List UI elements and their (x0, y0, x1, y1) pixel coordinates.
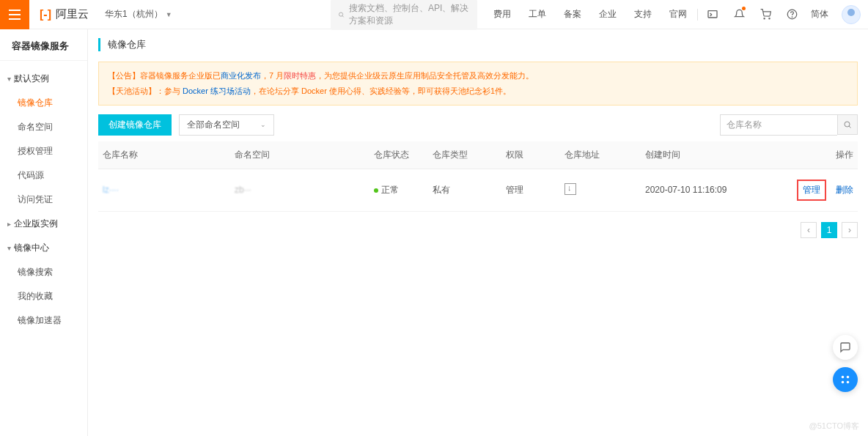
apps-button[interactable] (833, 367, 858, 392)
sidebar-item-credentials[interactable]: 访问凭证 (0, 188, 87, 212)
delete-link[interactable]: 删除 (836, 185, 853, 195)
repo-search-button[interactable] (837, 114, 858, 135)
page-prev[interactable]: ‹ (801, 222, 817, 238)
col-name: 仓库名称 (98, 141, 230, 169)
message-icon (839, 341, 851, 353)
highlight-manage: 管理 (797, 180, 826, 201)
svg-point-7 (768, 18, 769, 19)
col-status: 仓库状态 (369, 141, 428, 169)
col-type: 仓库类型 (428, 141, 501, 169)
toolbar: 创建镜像仓库 全部命名空间 ⌄ 仓库名称 (98, 114, 858, 136)
chevron-right-icon: ▸ (7, 220, 11, 228)
download-icon[interactable] (564, 183, 576, 195)
global-search[interactable]: 搜索文档、控制台、API、解决方案和资源 (331, 0, 477, 30)
cloud-shell-icon[interactable] (699, 0, 726, 29)
notification-dot (742, 7, 746, 10)
page-next[interactable]: › (842, 222, 858, 238)
cell-type: 私有 (428, 169, 501, 211)
sidebar-item-accelerator[interactable]: 镜像加速器 (0, 308, 87, 333)
repo-table: 仓库名称 命名空间 仓库状态 仓库类型 权限 仓库地址 创建时间 操作 lz··… (98, 141, 858, 212)
svg-point-9 (792, 17, 792, 18)
notice-link-docker[interactable]: Docker 练习场活动 (183, 86, 251, 95)
region-selector[interactable]: 华东1（杭州） ▼ (99, 8, 178, 21)
top-icons: 简体 (699, 0, 868, 29)
svg-point-15 (847, 381, 850, 384)
language-selector[interactable]: 简体 (805, 8, 834, 21)
page-1[interactable]: 1 (821, 222, 837, 238)
repo-name-link[interactable]: lz···· (103, 185, 119, 195)
nav-official[interactable]: 官网 (661, 8, 696, 21)
search-icon (338, 10, 345, 19)
logo-icon: [-] (40, 8, 51, 21)
chevron-down-icon: ▼ (166, 11, 172, 18)
cell-namespace: zb··· (235, 185, 251, 195)
col-addr: 仓库地址 (560, 141, 641, 169)
logo[interactable]: [-] 阿里云 (29, 7, 99, 21)
svg-line-4 (342, 15, 344, 17)
cart-icon[interactable] (752, 0, 779, 29)
svg-line-11 (849, 126, 851, 128)
repo-search-input[interactable]: 仓库名称 (720, 114, 837, 136)
apps-icon (840, 374, 850, 385)
svg-rect-5 (708, 10, 717, 17)
pagination: ‹ 1 › (98, 222, 858, 238)
top-header: [-] 阿里云 华东1（杭州） ▼ 搜索文档、控制台、API、解决方案和资源 费… (0, 0, 868, 29)
nav-icp[interactable]: 备案 (555, 8, 590, 21)
chevron-down-icon: ▾ (7, 244, 11, 252)
sidebar-item-search[interactable]: 镜像搜索 (0, 260, 87, 284)
manage-link[interactable]: 管理 (803, 185, 820, 195)
cell-created: 2020-07-10 11:16:09 (641, 169, 787, 211)
chevron-down-icon: ⌄ (260, 121, 266, 128)
sidebar: 容器镜像服务 ▾默认实例 镜像仓库 命名空间 授权管理 代码源 访问凭证 ▸企业… (0, 29, 88, 436)
cell-perm: 管理 (501, 169, 560, 211)
top-nav: 费用 工单 备案 企业 支持 官网 (485, 8, 699, 21)
create-repo-button[interactable]: 创建镜像仓库 (98, 114, 172, 136)
sidebar-item-code[interactable]: 代码源 (0, 163, 87, 188)
status-dot-icon (374, 188, 378, 193)
cell-status: 正常 (381, 185, 399, 195)
sidebar-item-repos[interactable]: 镜像仓库 (0, 91, 87, 115)
search-icon (843, 120, 852, 129)
nav-ticket[interactable]: 工单 (520, 8, 555, 21)
menu-toggle[interactable] (0, 0, 29, 29)
watermark: @51CTO博客 (809, 421, 859, 432)
float-buttons (833, 335, 858, 392)
sidebar-item-auth[interactable]: 授权管理 (0, 139, 87, 163)
logo-text: 阿里云 (56, 7, 89, 21)
notification-icon[interactable] (726, 0, 752, 29)
help-icon[interactable] (779, 0, 805, 29)
sidebar-cat-enterprise[interactable]: ▸企业版实例 (0, 212, 87, 236)
nav-cost[interactable]: 费用 (485, 8, 520, 21)
svg-point-14 (842, 381, 845, 384)
notice-link-commercial[interactable]: 商业化发布 (221, 71, 261, 80)
chevron-down-icon: ▾ (7, 75, 11, 83)
sidebar-cat-default[interactable]: ▾默认实例 (0, 67, 87, 91)
namespace-select[interactable]: 全部命名空间 ⌄ (179, 114, 274, 136)
main-content: 镜像仓库 【公告】容器镜像服务企业版已商业化发布，7 月限时特惠，为您提供企业级… (88, 29, 868, 436)
table-row: lz···· zb··· 正常 私有 管理 2020-07-10 11:16:0… (98, 169, 858, 211)
nav-support[interactable]: 支持 (625, 8, 661, 21)
svg-point-3 (339, 12, 342, 16)
sidebar-cat-center[interactable]: ▾镜像中心 (0, 236, 87, 260)
nav-enterprise[interactable]: 企业 (590, 8, 625, 21)
avatar[interactable] (842, 5, 861, 24)
sidebar-item-favorites[interactable]: 我的收藏 (0, 284, 87, 308)
col-created: 创建时间 (641, 141, 787, 169)
col-op: 操作 (787, 141, 858, 169)
notice-banner: 【公告】容器镜像服务企业版已商业化发布，7 月限时特惠，为您提供企业级云原生应用… (98, 62, 858, 106)
svg-point-13 (847, 376, 850, 379)
feedback-button[interactable] (833, 335, 858, 360)
sidebar-title: 容器镜像服务 (0, 29, 87, 61)
col-perm: 权限 (501, 141, 560, 169)
col-namespace: 命名空间 (230, 141, 369, 169)
page-title: 镜像仓库 (98, 38, 858, 51)
svg-point-6 (764, 18, 765, 19)
sidebar-item-namespace[interactable]: 命名空间 (0, 115, 87, 139)
svg-point-10 (845, 122, 850, 127)
svg-point-12 (842, 376, 845, 379)
